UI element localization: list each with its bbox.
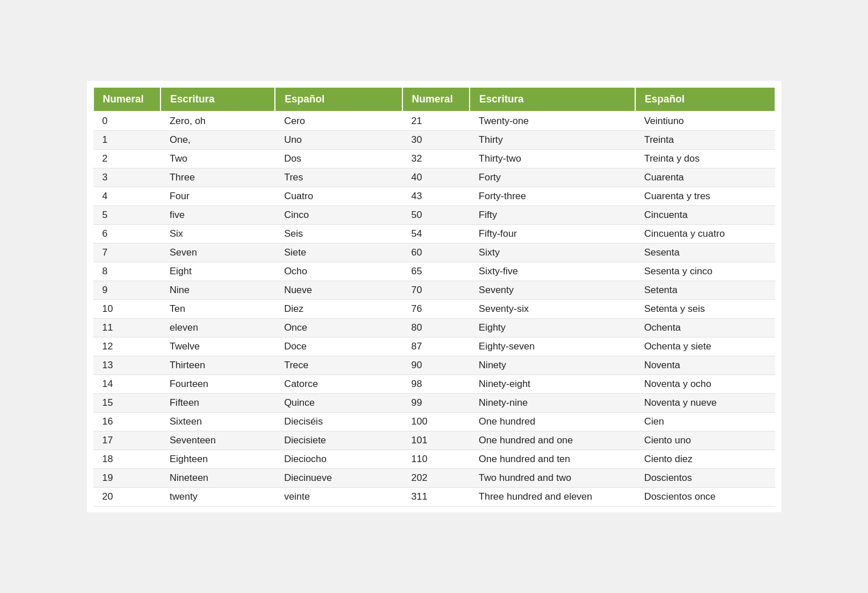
table-row: 5 five Cinco 50 Fifty Cincuenta	[93, 206, 775, 225]
cell-escritura-2: Forty	[470, 168, 635, 187]
cell-escritura-2: Forty-three	[470, 187, 635, 206]
cell-espanol-2: Sesenta	[635, 244, 775, 262]
cell-numeral-1: 17	[93, 431, 161, 450]
cell-espanol-1: Nueve	[275, 281, 402, 300]
cell-numeral-1: 12	[93, 337, 161, 356]
cell-escritura-1: Nineteen	[161, 469, 275, 488]
cell-espanol-1: Doce	[275, 337, 402, 356]
cell-escritura-2: Seventy	[470, 281, 635, 300]
cell-numeral-2: 21	[402, 112, 470, 131]
cell-espanol-1: Trece	[275, 356, 402, 375]
cell-escritura-1: Three	[161, 168, 275, 187]
cell-numeral-2: 76	[402, 300, 470, 319]
cell-espanol-1: Dos	[275, 150, 402, 168]
cell-numeral-2: 87	[402, 337, 470, 356]
cell-espanol-1: Uno	[275, 131, 402, 150]
cell-escritura-2: Three hundred and eleven	[470, 488, 635, 506]
table-row: 2 Two Dos 32 Thirty-two Treinta y dos	[93, 150, 775, 168]
cell-escritura-2: Eighty	[470, 319, 635, 337]
cell-numeral-2: 60	[402, 244, 470, 262]
cell-escritura-1: Six	[161, 225, 275, 244]
cell-espanol-1: Dieciocho	[275, 450, 402, 469]
header-numeral-2: Numeral	[402, 87, 470, 112]
cell-escritura-1: five	[161, 206, 275, 225]
cell-numeral-1: 7	[93, 244, 161, 262]
cell-escritura-2: Two hundred and two	[470, 469, 635, 488]
cell-espanol-1: veinte	[275, 488, 402, 506]
cell-espanol-2: Sesenta y cinco	[635, 262, 775, 281]
cell-espanol-2: Cuarenta y tres	[635, 187, 775, 206]
header-escritura-1: Escritura	[161, 87, 275, 112]
cell-escritura-2: Twenty-one	[470, 112, 635, 131]
cell-escritura-1: Four	[161, 187, 275, 206]
cell-escritura-1: Fourteen	[161, 375, 275, 394]
cell-numeral-1: 0	[93, 112, 161, 131]
cell-espanol-1: Diecisiete	[275, 431, 402, 450]
cell-escritura-1: One,	[161, 131, 275, 150]
cell-numeral-2: 100	[402, 413, 470, 431]
cell-numeral-1: 5	[93, 206, 161, 225]
cell-numeral-2: 202	[402, 469, 470, 488]
cell-escritura-2: Thirty	[470, 131, 635, 150]
cell-escritura-2: Thirty-two	[470, 150, 635, 168]
cell-escritura-1: Two	[161, 150, 275, 168]
cell-numeral-1: 15	[93, 394, 161, 413]
cell-numeral-2: 101	[402, 431, 470, 450]
table-row: 4 Four Cuatro 43 Forty-three Cuarenta y …	[93, 187, 775, 206]
cell-espanol-2: Cincuenta	[635, 206, 775, 225]
cell-escritura-2: One hundred and one	[470, 431, 635, 450]
cell-espanol-1: Quince	[275, 394, 402, 413]
cell-escritura-2: Ninety-eight	[470, 375, 635, 394]
cell-escritura-2: Fifty-four	[470, 225, 635, 244]
table-row: 12 Twelve Doce 87 Eighty-seven Ochenta y…	[93, 337, 775, 356]
cell-escritura-1: Seventeen	[161, 431, 275, 450]
cell-numeral-1: 4	[93, 187, 161, 206]
cell-escritura-1: Nine	[161, 281, 275, 300]
cell-espanol-2: Setenta	[635, 281, 775, 300]
cell-numeral-2: 110	[402, 450, 470, 469]
cell-escritura-1: Seven	[161, 244, 275, 262]
cell-escritura-2: Ninety	[470, 356, 635, 375]
cell-escritura-2: One hundred	[470, 413, 635, 431]
cell-espanol-2: Ochenta y siete	[635, 337, 775, 356]
cell-espanol-2: Cincuenta y cuatro	[635, 225, 775, 244]
header-escritura-2: Escritura	[470, 87, 635, 112]
cell-escritura-2: One hundred and ten	[470, 450, 635, 469]
cell-numeral-2: 90	[402, 356, 470, 375]
cell-numeral-1: 18	[93, 450, 161, 469]
cell-numeral-2: 40	[402, 168, 470, 187]
cell-espanol-1: Ocho	[275, 262, 402, 281]
cell-escritura-2: Eighty-seven	[470, 337, 635, 356]
cell-escritura-1: Thirteen	[161, 356, 275, 375]
cell-espanol-1: Catorce	[275, 375, 402, 394]
cell-numeral-1: 10	[93, 300, 161, 319]
table-row: 3 Three Tres 40 Forty Cuarenta	[93, 168, 775, 187]
table-row: 6 Six Seis 54 Fifty-four Cincuenta y cua…	[93, 225, 775, 244]
cell-espanol-2: Treinta y dos	[635, 150, 775, 168]
cell-numeral-2: 80	[402, 319, 470, 337]
cell-numeral-2: 32	[402, 150, 470, 168]
cell-numeral-2: 65	[402, 262, 470, 281]
cell-espanol-2: Veintiuno	[635, 112, 775, 131]
cell-espanol-2: Noventa	[635, 356, 775, 375]
table-row: 8 Eight Ocho 65 Sixty-five Sesenta y cin…	[93, 262, 775, 281]
cell-escritura-2: Ninety-nine	[470, 394, 635, 413]
cell-escritura-1: Zero, oh	[161, 112, 275, 131]
cell-espanol-2: Doscientos	[635, 469, 775, 488]
cell-numeral-2: 54	[402, 225, 470, 244]
cell-numeral-1: 2	[93, 150, 161, 168]
cell-escritura-1: Twelve	[161, 337, 275, 356]
cell-numeral-1: 3	[93, 168, 161, 187]
table-row: 14 Fourteen Catorce 98 Ninety-eight Nove…	[93, 375, 775, 394]
cell-espanol-2: Ochenta	[635, 319, 775, 337]
cell-espanol-2: Setenta y seis	[635, 300, 775, 319]
cell-espanol-2: Noventa y ocho	[635, 375, 775, 394]
cell-escritura-1: Ten	[161, 300, 275, 319]
table-row: 13 Thirteen Trece 90 Ninety Noventa	[93, 356, 775, 375]
cell-numeral-1: 20	[93, 488, 161, 506]
cell-numeral-1: 11	[93, 319, 161, 337]
table-container: Numeral Escritura Español Numeral Escrit…	[87, 81, 781, 512]
cell-numeral-1: 13	[93, 356, 161, 375]
cell-numeral-1: 1	[93, 131, 161, 150]
cell-espanol-1: Diecinueve	[275, 469, 402, 488]
